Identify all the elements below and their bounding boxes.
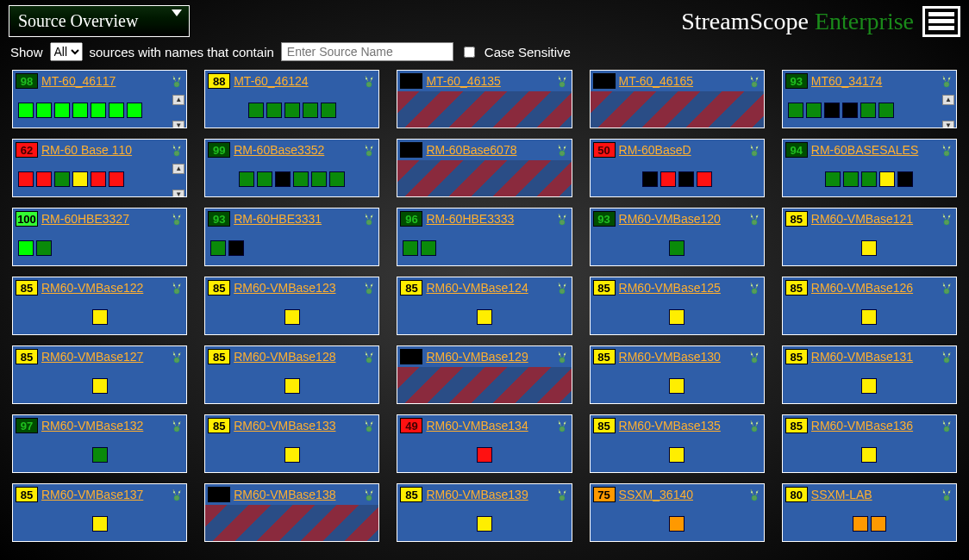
page-dropdown[interactable]: Source Overview [9, 5, 190, 37]
scroll-up-button[interactable]: ▲ [172, 95, 184, 105]
antenna-icon[interactable] [940, 488, 953, 501]
antenna-icon[interactable] [555, 350, 569, 364]
svg-point-120 [944, 358, 949, 363]
card-header: 93MT60_34174 [783, 71, 956, 91]
source-link[interactable]: RM60-VMBase131 [811, 350, 936, 364]
source-link[interactable]: RM60-VMBase132 [41, 419, 166, 432]
svg-point-130 [366, 426, 372, 432]
score-badge [400, 73, 422, 89]
antenna-icon[interactable] [940, 419, 953, 432]
antenna-icon[interactable] [747, 350, 761, 364]
source-link[interactable]: RM60-VMBase135 [619, 419, 744, 432]
scroll-up-button[interactable]: ▲ [942, 95, 954, 105]
antenna-icon[interactable] [170, 74, 184, 88]
source-link[interactable]: RM-60Base6078 [426, 143, 551, 157]
source-link[interactable]: SSXM_36140 [619, 488, 744, 501]
source-link[interactable]: RM-60HBE3331 [234, 212, 359, 226]
source-link[interactable]: RM60-VMBase129 [426, 350, 551, 364]
source-link[interactable]: RM-60BASESALES [811, 143, 936, 157]
scroll-down-button[interactable]: ▼ [172, 121, 184, 128]
source-link[interactable]: RM60-VMBase125 [619, 281, 744, 295]
source-link[interactable]: RM60-VMBase128 [234, 350, 359, 364]
source-link[interactable]: RM60-VMBase138 [234, 488, 359, 501]
antenna-icon[interactable] [362, 350, 376, 364]
source-card: 88MT-60_46124 [204, 70, 379, 128]
source-link[interactable]: RM60-VMBase123 [234, 281, 359, 295]
source-link[interactable]: RM-60BaseD [619, 143, 744, 157]
svg-point-158 [366, 491, 367, 493]
antenna-icon[interactable] [940, 212, 953, 226]
antenna-icon[interactable] [170, 281, 184, 295]
antenna-icon[interactable] [170, 488, 184, 501]
source-link[interactable]: MT60_34174 [811, 74, 936, 88]
antenna-icon[interactable] [747, 419, 761, 432]
antenna-icon[interactable] [747, 212, 761, 226]
svg-point-140 [752, 426, 757, 432]
antenna-icon[interactable] [170, 350, 184, 364]
source-link[interactable]: RM60-VMBase134 [426, 419, 551, 432]
indicator [72, 171, 88, 187]
antenna-icon[interactable] [555, 281, 569, 295]
antenna-icon[interactable] [170, 419, 184, 432]
source-link[interactable]: MT-60_46117 [41, 74, 166, 88]
svg-point-93 [751, 284, 753, 286]
score-badge: 85 [208, 349, 230, 364]
antenna-icon[interactable] [555, 488, 569, 501]
menu-button[interactable] [922, 6, 960, 37]
source-link[interactable]: RM60-VMBase126 [811, 281, 936, 295]
case-sensitive-checkbox[interactable] [464, 47, 475, 58]
source-link[interactable]: MT-60_46135 [426, 74, 551, 88]
source-name-input[interactable] [281, 42, 453, 61]
source-link[interactable]: RM60-VMBase136 [811, 419, 936, 432]
antenna-icon[interactable] [555, 212, 569, 226]
source-link[interactable]: MT-60_46165 [619, 74, 744, 88]
scroll-up-button[interactable]: ▲ [172, 164, 184, 174]
scroll-down-button[interactable]: ▼ [172, 190, 184, 197]
antenna-icon[interactable] [940, 350, 953, 364]
svg-point-128 [173, 422, 175, 424]
antenna-icon[interactable] [362, 488, 376, 501]
source-link[interactable]: RM-60HBE3327 [41, 212, 166, 226]
source-link[interactable]: RM-60Base3352 [234, 143, 359, 157]
source-link[interactable]: RM60-VMBase124 [426, 281, 551, 295]
source-link[interactable]: SSXM-LAB [811, 488, 936, 501]
source-link[interactable]: RM-60HBE3333 [426, 212, 551, 226]
antenna-icon[interactable] [940, 281, 953, 295]
antenna-icon[interactable] [747, 74, 761, 88]
antenna-icon[interactable] [362, 281, 376, 295]
antenna-icon[interactable] [747, 488, 761, 501]
source-link[interactable]: RM60-VMBase122 [41, 281, 166, 295]
antenna-icon[interactable] [747, 281, 761, 295]
antenna-icon[interactable] [555, 74, 569, 88]
source-link[interactable]: RM60-VMBase133 [234, 419, 359, 432]
source-link[interactable]: RM60-VMBase120 [619, 212, 744, 226]
antenna-icon[interactable] [362, 143, 376, 157]
source-link[interactable]: RM60-VMBase139 [426, 488, 551, 501]
scroll-down-button[interactable]: ▼ [942, 121, 954, 128]
antenna-icon[interactable] [362, 212, 376, 226]
antenna-icon[interactable] [362, 419, 376, 432]
antenna-icon[interactable] [940, 143, 953, 157]
source-link[interactable]: RM-60 Base 110 [41, 143, 166, 157]
antenna-icon[interactable] [940, 74, 953, 88]
antenna-icon[interactable] [362, 74, 376, 88]
source-card: 85RM60-VMBase130 [590, 345, 765, 404]
emit-icon [747, 74, 761, 88]
show-select[interactable]: All [50, 42, 83, 61]
antenna-icon[interactable] [170, 212, 184, 226]
source-link[interactable]: MT-60_46124 [234, 74, 359, 88]
svg-point-113 [558, 353, 560, 355]
indicator-row [205, 229, 378, 266]
antenna-icon[interactable] [170, 143, 184, 157]
indicator-row [205, 505, 378, 542]
source-link[interactable]: RM60-VMBase127 [41, 350, 166, 364]
antenna-icon[interactable] [555, 143, 569, 157]
source-link[interactable]: RM60-VMBase130 [619, 350, 744, 364]
source-link[interactable]: RM60-VMBase137 [41, 488, 166, 501]
antenna-icon[interactable] [747, 143, 761, 157]
emit-icon [555, 419, 569, 432]
antenna-icon[interactable] [555, 419, 569, 432]
source-link[interactable]: RM60-VMBase121 [811, 212, 936, 226]
card-header: 99RM-60Base3352 [205, 140, 378, 160]
svg-point-83 [366, 284, 367, 286]
